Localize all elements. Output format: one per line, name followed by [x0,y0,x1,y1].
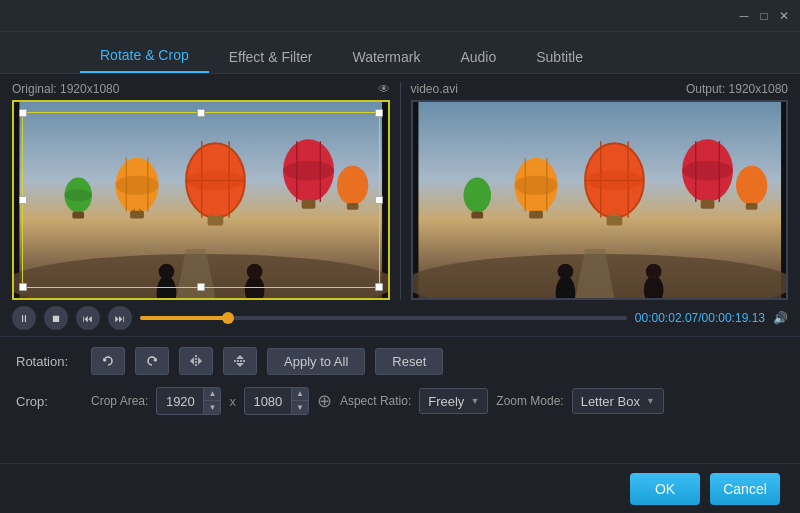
svg-marker-70 [236,363,244,367]
flip-v-icon [232,353,248,369]
left-scene-svg [14,102,388,298]
svg-point-57 [735,166,766,205]
zoom-mode-arrow: ▼ [646,396,655,406]
width-input-wrap: ▲ ▼ [156,387,221,415]
crop-row: Crop: Crop Area: ▲ ▼ x ▲ ▼ ⊕ Aspect Rati… [16,387,784,415]
right-scene-svg [413,102,787,298]
crop-controls: Crop Area: ▲ ▼ x ▲ ▼ ⊕ Aspect Ratio: Fre… [91,387,664,415]
svg-rect-42 [606,216,622,226]
rotate-ccw-button[interactable] [91,347,125,375]
tab-audio[interactable]: Audio [440,41,516,73]
right-video-preview [411,100,789,300]
x-label: x [229,394,236,409]
width-up-button[interactable]: ▲ [204,388,220,401]
cancel-button[interactable]: Cancel [710,473,780,505]
left-video-panel: Original: 1920x1080 👁 [12,82,390,300]
next-button[interactable]: ⏭ [108,306,132,330]
height-spin-btns: ▲ ▼ [291,388,308,414]
svg-rect-51 [471,212,483,219]
eye-icon[interactable]: 👁 [378,82,390,96]
left-video-info: Original: 1920x1080 👁 [12,82,390,96]
volume-icon[interactable]: 🔊 [773,311,788,325]
total-time: 00:00:19.13 [702,311,765,325]
right-video-panel: video.avi Output: 1920x1080 [411,82,789,300]
output-label: Output: 1920x1080 [686,82,788,96]
progress-track[interactable] [140,316,627,320]
svg-marker-66 [190,357,194,365]
tabs-bar: Rotate & Crop Effect & Filter Watermark … [0,32,800,74]
left-video-preview [12,100,390,300]
aspect-ratio-label: Aspect Ratio: [340,394,411,408]
flip-h-button[interactable] [179,347,213,375]
zoom-mode-label: Zoom Mode: [496,394,563,408]
aspect-ratio-arrow: ▼ [470,396,479,406]
rotate-ccw-icon [100,353,116,369]
rotate-cw-icon [144,353,160,369]
bottom-bar: OK Cancel [0,463,800,513]
crop-label: Crop: [16,394,81,409]
close-button[interactable]: ✕ [776,8,792,24]
svg-rect-9 [208,216,224,226]
video-area: Original: 1920x1080 👁 [0,74,800,300]
svg-point-53 [682,161,733,181]
panels-divider [400,82,401,300]
svg-point-27 [337,166,368,205]
svg-rect-28 [347,203,359,210]
svg-point-62 [645,264,661,280]
width-input[interactable] [157,388,203,414]
controls-section: Rotation: [0,336,800,437]
svg-point-41 [585,171,644,191]
svg-point-30 [159,264,175,280]
aspect-ratio-value: Freely [428,394,464,409]
svg-point-13 [115,176,158,196]
crop-area-label: Crop Area: [91,394,148,408]
svg-point-23 [283,161,334,181]
original-label: Original: 1920x1080 [12,82,119,96]
svg-point-60 [557,264,573,280]
filename-label: video.avi [411,82,458,96]
tab-subtitle[interactable]: Subtitle [516,41,603,73]
zoom-mode-value: Letter Box [581,394,640,409]
maximize-button[interactable]: □ [756,8,772,24]
svg-rect-16 [130,211,144,219]
center-crop-icon[interactable]: ⊕ [317,390,332,412]
tab-rotate-crop[interactable]: Rotate & Crop [80,39,209,73]
pause-button[interactable]: ⏸ [12,306,36,330]
flip-v-button[interactable] [223,347,257,375]
svg-point-20 [65,189,92,201]
height-up-button[interactable]: ▲ [292,388,308,401]
prev-button[interactable]: ⏮ [76,306,100,330]
tab-effect-filter[interactable]: Effect & Filter [209,41,333,73]
title-bar: ─ □ ✕ [0,0,800,32]
zoom-mode-select[interactable]: Letter Box ▼ [572,388,664,414]
right-video-info: video.avi Output: 1920x1080 [411,82,789,96]
height-input[interactable] [245,388,291,414]
svg-point-32 [247,264,263,280]
rotation-row: Rotation: [16,347,784,375]
progress-fill [140,316,228,320]
progress-thumb[interactable] [222,312,234,324]
aspect-ratio-select[interactable]: Freely ▼ [419,388,488,414]
playback-bar: ⏸ ⏹ ⏮ ⏭ 00:00:02.07/00:00:19.13 🔊 [0,300,800,336]
svg-rect-56 [700,200,714,209]
stop-button[interactable]: ⏹ [44,306,68,330]
svg-marker-67 [198,357,202,365]
current-time: 00:00:02.07 [635,311,698,325]
minimize-button[interactable]: ─ [736,8,752,24]
svg-rect-21 [72,212,84,219]
width-down-button[interactable]: ▼ [204,401,220,414]
width-spin-btns: ▲ ▼ [203,388,220,414]
svg-rect-49 [529,211,543,219]
tab-watermark[interactable]: Watermark [333,41,441,73]
svg-rect-58 [745,203,757,210]
svg-rect-26 [302,200,316,209]
time-display: 00:00:02.07/00:00:19.13 [635,311,765,325]
rotate-cw-button[interactable] [135,347,169,375]
reset-button[interactable]: Reset [375,348,443,375]
svg-marker-69 [236,355,244,359]
apply-to-all-button[interactable]: Apply to All [267,348,365,375]
height-down-button[interactable]: ▼ [292,401,308,414]
ok-button[interactable]: OK [630,473,700,505]
svg-point-8 [186,171,245,191]
flip-h-icon [188,353,204,369]
